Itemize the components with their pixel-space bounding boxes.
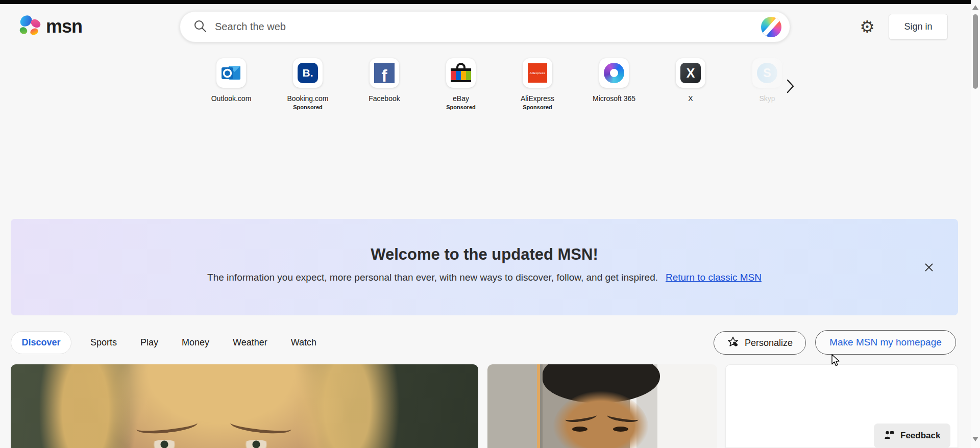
quick-link-booking[interactable]: B. Booking.com Sponsored: [270, 58, 346, 111]
scrollbar-thumb[interactable]: [973, 14, 978, 89]
quick-link-label: Microsoft 365: [593, 94, 635, 103]
msn-logo[interactable]: msn: [19, 14, 82, 39]
quick-link-facebook[interactable]: f Facebook: [346, 58, 423, 111]
banner-close-icon[interactable]: [922, 261, 936, 274]
ebay-icon: [446, 58, 476, 88]
quick-link-label: Outlook.com: [211, 94, 252, 103]
feedback-button[interactable]: Feedback: [874, 424, 950, 448]
tab-play[interactable]: Play: [140, 337, 158, 348]
msn-butterfly-icon: [19, 14, 42, 39]
banner-title: Welcome to the updated MSN!: [11, 219, 958, 264]
feedback-person-icon: [884, 430, 894, 442]
sponsored-tag: Sponsored: [446, 104, 475, 111]
sponsored-tag: Sponsored: [523, 104, 552, 111]
quick-link-aliexpress[interactable]: AliExpress AliExpress Sponsored: [499, 58, 576, 111]
search-icon: [193, 19, 207, 35]
welcome-banner: Welcome to the updated MSN! The informat…: [11, 219, 958, 315]
news-card-image-woman[interactable]: [11, 364, 478, 448]
quick-link-label: Skyp: [759, 94, 775, 103]
settings-gear-icon[interactable]: ⚙: [856, 16, 878, 37]
quick-link-label: Facebook: [369, 94, 400, 103]
x-icon: X: [676, 58, 705, 88]
sponsored-tag: Sponsored: [293, 104, 322, 111]
copilot-icon[interactable]: [761, 17, 781, 37]
quick-link-label: eBay: [453, 94, 469, 103]
personalize-star-pencil-icon: [727, 336, 739, 351]
search-bar[interactable]: [180, 11, 790, 42]
banner-subtitle: The information you expect, more persona…: [207, 272, 658, 283]
search-input[interactable]: [215, 21, 761, 33]
skype-icon: S: [752, 58, 782, 88]
make-msn-homepage-button[interactable]: Make MSN my homepage: [815, 330, 956, 355]
feedback-label: Feedback: [900, 431, 940, 441]
quick-links-row: Outlook.com B. Booking.com Sponsored f F…: [193, 58, 805, 111]
vertical-scrollbar[interactable]: [971, 0, 980, 448]
quick-link-label: AliExpress: [521, 94, 554, 103]
facebook-icon: f: [370, 58, 399, 88]
scrollbar-down-arrow[interactable]: [972, 437, 978, 441]
msn-logo-text: msn: [46, 17, 82, 36]
aliexpress-icon: AliExpress: [523, 58, 552, 88]
personalize-button[interactable]: Personalize: [714, 331, 806, 355]
top-black-strip: [0, 0, 971, 4]
news-card-image-boy[interactable]: [487, 364, 717, 448]
tab-money[interactable]: Money: [182, 337, 209, 348]
return-to-classic-link[interactable]: Return to classic MSN: [666, 272, 762, 283]
sign-in-button[interactable]: Sign in: [889, 14, 948, 40]
quick-link-microsoft365[interactable]: Microsoft 365: [576, 58, 652, 111]
quick-link-outlook[interactable]: Outlook.com: [193, 58, 270, 111]
tab-watch[interactable]: Watch: [291, 337, 316, 348]
personalize-label: Personalize: [745, 338, 793, 349]
quick-link-label: X: [688, 94, 693, 103]
quick-link-ebay[interactable]: eBay Sponsored: [423, 58, 499, 111]
microsoft365-icon: [599, 58, 629, 88]
tab-discover[interactable]: Discover: [11, 331, 71, 354]
scrollbar-up-arrow[interactable]: [972, 5, 978, 10]
chevron-right-icon[interactable]: [783, 78, 798, 95]
tab-sports[interactable]: Sports: [90, 337, 117, 348]
outlook-icon: [216, 58, 246, 88]
quick-link-label: Booking.com: [287, 94, 329, 103]
msn-homepage: msn ⚙ Sign in Outlook.com: [0, 0, 980, 448]
nav-tabs: Sports Play Money Weather Watch: [90, 331, 316, 354]
booking-icon: B.: [293, 58, 323, 88]
quick-link-x[interactable]: X X: [652, 58, 729, 111]
tab-weather[interactable]: Weather: [233, 337, 267, 348]
